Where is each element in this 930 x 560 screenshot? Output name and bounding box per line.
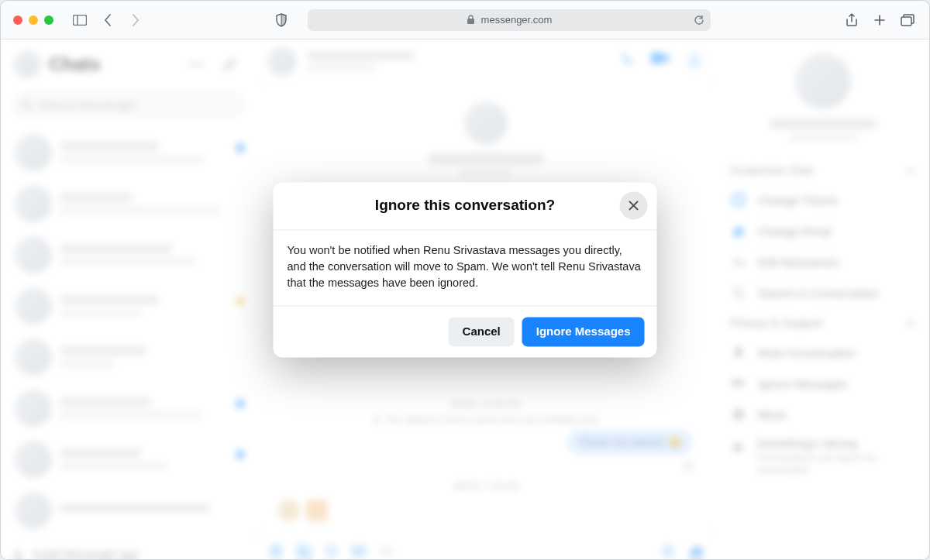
nav-back-button[interactable] xyxy=(98,11,117,29)
svg-rect-3 xyxy=(901,17,911,26)
cancel-button[interactable]: Cancel xyxy=(449,317,515,346)
window-controls xyxy=(13,15,53,25)
close-window-icon[interactable] xyxy=(13,15,22,25)
address-text: messenger.com xyxy=(481,14,553,26)
reload-icon[interactable] xyxy=(694,15,704,26)
share-icon[interactable] xyxy=(842,11,861,29)
nav-forward-button[interactable] xyxy=(126,11,145,29)
maximize-window-icon[interactable] xyxy=(44,15,53,25)
ignore-messages-button[interactable]: Ignore Messages xyxy=(522,317,645,346)
minimize-window-icon[interactable] xyxy=(29,15,38,25)
modal-footer: Cancel Ignore Messages xyxy=(274,306,657,357)
privacy-shield-icon[interactable] xyxy=(272,11,291,29)
modal-header: Ignore this conversation? xyxy=(274,182,657,230)
svg-rect-0 xyxy=(74,15,87,25)
modal-close-button[interactable] xyxy=(620,191,648,219)
modal-title: Ignore this conversation? xyxy=(375,197,555,214)
modal-body: You won't be notified when Renu Srivasta… xyxy=(274,230,657,306)
svg-rect-2 xyxy=(467,19,474,24)
address-bar[interactable]: messenger.com xyxy=(308,9,711,31)
ignore-conversation-modal: Ignore this conversation? You won't be n… xyxy=(274,182,657,357)
close-icon xyxy=(628,199,640,211)
tabs-overview-icon[interactable] xyxy=(898,11,917,29)
lock-icon xyxy=(467,15,475,25)
browser-toolbar: messenger.com xyxy=(1,1,929,40)
new-tab-icon[interactable] xyxy=(870,11,889,29)
sidebar-toggle-icon[interactable] xyxy=(71,11,89,29)
